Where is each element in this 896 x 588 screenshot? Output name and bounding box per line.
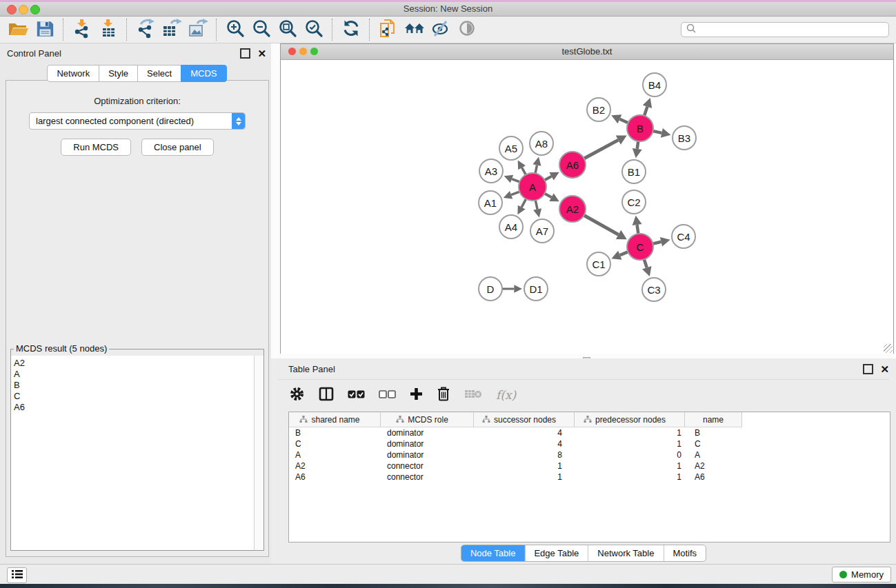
control-panel-tabs: NetworkStyleSelectMCDS (6, 65, 269, 82)
duplicate-network-button[interactable] (375, 19, 401, 41)
zoom-selected-icon (304, 19, 323, 41)
table-row[interactable]: A6connector11A6 (289, 472, 890, 483)
graph-node-B[interactable]: B (626, 114, 654, 142)
graph-node-B2[interactable]: B2 (586, 97, 611, 122)
column-header-successor-nodes[interactable]: successor nodes (474, 412, 575, 427)
add-column-button[interactable] (410, 386, 423, 404)
graph-node-A[interactable]: A (518, 172, 547, 201)
minimize-window-button[interactable] (19, 5, 28, 14)
graph-node-A6[interactable]: A6 (559, 151, 586, 179)
tab-node-table[interactable]: Node Table (461, 545, 525, 561)
network-minimize-button[interactable] (299, 48, 307, 55)
table-row[interactable]: Bdominator41B (289, 427, 890, 438)
window-resize-grip[interactable] (884, 344, 893, 353)
zoom-in-button[interactable] (222, 19, 248, 41)
tab-motifs[interactable]: Motifs (663, 545, 706, 561)
network-window-titlebar[interactable]: testGlobe.txt (281, 44, 893, 60)
zoom-window-button[interactable] (30, 5, 40, 14)
graph-node-B3[interactable]: B3 (672, 125, 697, 150)
delete-column-button[interactable] (437, 386, 450, 404)
graph-node-C1[interactable]: C1 (586, 252, 611, 276)
function-builder-button[interactable]: f(x) (496, 386, 516, 404)
zoom-selected-button[interactable] (301, 19, 327, 41)
export-image-button[interactable] (185, 19, 211, 41)
network-zoom-button[interactable] (310, 48, 318, 55)
result-item[interactable]: A6 (14, 402, 254, 413)
select-all-button[interactable] (348, 386, 365, 404)
result-scrollbar[interactable] (255, 356, 263, 550)
refresh-icon (341, 19, 361, 41)
tab-edge-table[interactable]: Edge Table (524, 545, 588, 561)
table-settings-button[interactable] (289, 386, 305, 404)
graph-node-D[interactable]: D (478, 276, 503, 301)
graph-node-B4[interactable]: B4 (642, 72, 667, 97)
close-panel-icon[interactable]: ✕ (257, 50, 266, 57)
column-header-shared-name[interactable]: shared name (289, 412, 381, 427)
import-table-button[interactable] (95, 19, 121, 41)
column-header-predecessor-nodes[interactable]: predecessor nodes (575, 412, 685, 427)
network-canvas[interactable]: B4B2BB3A8A5A6A3B1AA1C2A2A4A7C4CC1DD1C3 (281, 60, 893, 354)
graph-node-D1[interactable]: D1 (524, 276, 548, 301)
mcds-result-list[interactable]: A2ABCA6 (11, 356, 255, 550)
task-history-button[interactable] (7, 567, 27, 583)
show-columns-button[interactable] (319, 386, 334, 404)
network-window[interactable]: testGlobe.txt B4B2BB3A8A5A6A3B1AA1C2A2A4… (280, 43, 894, 354)
close-panel-button[interactable]: Close panel (141, 139, 214, 156)
result-item[interactable]: C (14, 391, 254, 402)
graph-node-C3[interactable]: C3 (641, 277, 666, 302)
tab-mcds[interactable]: MCDS (181, 65, 226, 82)
export-table-button[interactable] (159, 19, 185, 41)
zoom-fit-button[interactable] (275, 19, 301, 41)
tab-network[interactable]: Network (47, 65, 99, 82)
memory-button[interactable]: Memory (832, 567, 891, 582)
graph-node-C4[interactable]: C4 (671, 224, 696, 249)
graph-node-B1[interactable]: B1 (621, 159, 646, 184)
result-item[interactable]: A (14, 369, 254, 380)
graph-node-C2[interactable]: C2 (621, 190, 646, 214)
table-row[interactable]: A2connector11A2 (289, 460, 890, 472)
graph-node-C[interactable]: C (626, 233, 654, 261)
close-window-button[interactable] (7, 5, 17, 14)
graph-node-A3[interactable]: A3 (479, 159, 504, 183)
float-panel-icon[interactable] (240, 48, 250, 59)
import-network-button[interactable] (69, 19, 95, 41)
run-mcds-button[interactable]: Run MCDS (61, 139, 131, 156)
hide-graphics-details-button[interactable] (428, 19, 454, 41)
table-row[interactable]: Adominator80A (289, 449, 890, 460)
graph-node-A4[interactable]: A4 (499, 214, 524, 239)
tab-style[interactable]: Style (99, 65, 138, 82)
deselect-all-button[interactable] (379, 386, 396, 404)
mcds-tab-content: Optimization criterion: largest connecte… (6, 80, 269, 557)
network-close-button[interactable] (288, 48, 296, 55)
node-table[interactable]: shared nameMCDS rolesuccessor nodesprede… (288, 412, 890, 543)
tab-network-table[interactable]: Network Table (588, 545, 663, 561)
graph-node-A1[interactable]: A1 (478, 190, 503, 215)
graph-node-A2[interactable]: A2 (559, 195, 586, 223)
apply-layout-button[interactable] (338, 19, 364, 41)
float-table-panel-icon[interactable] (863, 364, 873, 374)
search-input[interactable] (697, 24, 872, 35)
table-row[interactable]: Cdominator41C (289, 438, 890, 449)
cell-shared-name: C (289, 439, 381, 449)
result-item[interactable]: A2 (14, 358, 254, 369)
open-session-button[interactable] (6, 19, 32, 41)
graph-node-A8[interactable]: A8 (529, 131, 554, 156)
column-header-name[interactable]: name (685, 412, 742, 427)
save-session-button[interactable] (32, 19, 58, 41)
column-header-MCDS-role[interactable]: MCDS role (381, 412, 474, 427)
result-item[interactable]: B (14, 380, 254, 391)
column-label: shared name (311, 415, 359, 425)
delete-table-button[interactable] (464, 386, 482, 404)
search-field[interactable] (681, 22, 889, 37)
tab-select[interactable]: Select (137, 65, 181, 82)
zoom-out-button[interactable] (248, 19, 275, 41)
close-table-panel-icon[interactable]: ✕ (880, 365, 889, 373)
export-network-button[interactable] (132, 19, 159, 41)
criterion-dropdown[interactable]: largest connected component (directed) (29, 112, 246, 130)
network-overview-button[interactable] (401, 19, 428, 41)
toggle-details-button[interactable] (454, 19, 480, 41)
graph-node-A5[interactable]: A5 (499, 136, 524, 161)
control-panel-title: Control Panel (6, 48, 240, 59)
graph-node-A7[interactable]: A7 (530, 219, 555, 243)
plus-icon (410, 387, 423, 403)
